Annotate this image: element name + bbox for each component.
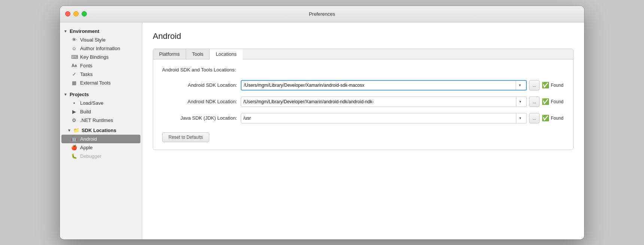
sdk-arrow-icon: ▼ [67,128,71,132]
sidebar-item-apple[interactable]: 🍎 Apple [60,143,142,152]
sidebar-item-android[interactable]: 🤖 Android [61,135,140,143]
android-sdk-browse-button[interactable]: ... [529,80,540,91]
sidebar-item-debugger[interactable]: 🐛 Debugger [60,152,142,160]
tab-tools[interactable]: Tools [186,49,210,59]
android-sdk-label: Android SDK Location: [162,82,237,88]
page-title: Android [153,31,574,41]
sidebar-item-load-save[interactable]: ▪ Load/Save [60,99,142,107]
tabs-header: Platforms Tools Locations [153,49,573,59]
traffic-lights [65,11,87,16]
minimize-button[interactable] [73,11,79,16]
sidebar-section-sdk-locations[interactable]: ▼ 📁 SDK Locations [60,126,142,135]
sidebar-item-visual-style[interactable]: 👁 Visual Style [60,36,142,44]
java-sdk-dropdown-arrow[interactable]: ▾ [516,113,524,123]
sidebar-item-author-information[interactable]: ☺ Author Information [60,44,142,53]
android-sdk-found-label: Found [551,83,564,88]
android-ndk-label: Android NDK Location: [162,99,237,104]
tab-content-locations: Android SDK and Tools Locations: Android… [153,59,573,150]
java-sdk-found-icon: ✅ [542,114,549,122]
java-sdk-dropdown[interactable]: ▾ [241,113,527,123]
tab-locations-label: Locations [216,51,237,57]
sidebar-section-projects[interactable]: ▼ Projects [60,90,142,99]
android-sdk-found-badge: ✅ Found [542,82,564,89]
sdk-locations-label: SDK Locations [82,128,116,133]
tabs-container: Platforms Tools Locations Android SDK an… [153,49,574,150]
sidebar-item-label: Visual Style [80,37,106,43]
sidebar-item-label: Build [80,109,91,114]
sidebar-item-label: Load/Save [80,100,103,106]
java-sdk-browse-button[interactable]: ... [529,113,540,123]
environment-arrow-icon: ▼ [64,29,67,33]
tab-platforms[interactable]: Platforms [153,49,186,59]
load-save-icon: ▪ [71,100,77,106]
android-ndk-found-label: Found [551,99,564,104]
fonts-icon: Aa [71,63,77,68]
java-sdk-input[interactable] [243,116,516,121]
android-sdk-dropdown-arrow[interactable]: ▾ [516,81,524,90]
browse-dots: ... [532,83,536,88]
tab-tools-label: Tools [192,51,203,57]
java-sdk-found-label: Found [551,116,564,121]
android-sdk-row: Android SDK Location: ▾ ... ✅ F [162,80,564,91]
java-sdk-found-badge: ✅ Found [542,114,564,122]
tasks-icon: ✓ [71,71,77,77]
visual-style-icon: 👁 [71,37,77,43]
build-icon: ▶ [71,109,77,114]
key-bindings-icon: ⌨ [71,54,77,60]
android-icon: 🤖 [71,136,77,142]
apple-icon: 🍎 [71,145,77,150]
tab-locations[interactable]: Locations [210,49,243,59]
android-ndk-input[interactable] [243,99,516,104]
window-title: Preferences [309,11,335,17]
java-sdk-label: Java SDK (JDK) Location: [162,115,237,121]
sidebar-item-external-tools[interactable]: ▦ External Tools [60,79,142,87]
sidebar-item-fonts[interactable]: Aa Fonts [60,61,142,70]
window-body: ▼ Environment 👁 Visual Style ☺ Author In… [60,22,584,239]
android-sdk-input[interactable] [244,83,516,88]
java-sdk-row: Java SDK (JDK) Location: ▾ ... ✅ [162,113,564,123]
sidebar-item-label: Key Bindings [80,54,109,60]
android-ndk-found-badge: ✅ Found [542,98,564,105]
sdk-description: Android SDK and Tools Locations: [162,67,564,73]
android-ndk-found-icon: ✅ [542,98,549,105]
environment-label: Environment [70,28,99,34]
tab-platforms-label: Platforms [159,51,180,57]
author-info-icon: ☺ [71,46,77,51]
sidebar-section-environment[interactable]: ▼ Environment [60,27,142,36]
net-runtimes-icon: ⚙ [71,117,77,123]
android-sdk-dropdown[interactable]: ▾ [241,80,527,91]
sidebar-item-label: Fonts [80,63,92,68]
sidebar-item-label: Android [80,136,97,142]
android-ndk-row: Android NDK Location: ▾ ... ✅ F [162,97,564,107]
android-ndk-browse-button[interactable]: ... [529,97,540,107]
reset-to-defaults-button[interactable]: Reset to Defaults [162,132,209,142]
android-sdk-input-group: ▾ ... ✅ Found [241,80,564,91]
browse-dots: ... [532,99,536,104]
sidebar-item-label: .NET Runtimes [80,117,113,123]
preferences-window: Preferences ▼ Environment 👁 Visual Style… [60,6,584,239]
reset-button-label: Reset to Defaults [168,135,203,140]
android-sdk-found-icon: ✅ [542,82,549,89]
projects-label: Projects [70,92,89,97]
main-content: Android Platforms Tools Locations [142,22,584,239]
debugger-icon: 🐛 [71,153,77,159]
sidebar-item-label: Debugger [80,153,101,159]
browse-dots: ... [532,116,536,120]
external-tools-icon: ▦ [71,80,77,86]
sidebar-item-label: External Tools [80,80,110,86]
sidebar-item-label: Tasks [80,71,92,77]
java-sdk-input-group: ▾ ... ✅ Found [241,113,564,123]
android-ndk-dropdown-arrow[interactable]: ▾ [516,97,524,107]
sidebar-item-key-bindings[interactable]: ⌨ Key Bindings [60,53,142,61]
projects-arrow-icon: ▼ [64,92,67,97]
sidebar-item-net-runtimes[interactable]: ⚙ .NET Runtimes [60,116,142,125]
sidebar-item-tasks[interactable]: ✓ Tasks [60,70,142,79]
titlebar: Preferences [60,6,584,22]
sidebar: ▼ Environment 👁 Visual Style ☺ Author In… [60,22,142,239]
close-button[interactable] [65,11,70,16]
sidebar-item-build[interactable]: ▶ Build [60,107,142,116]
android-ndk-input-group: ▾ ... ✅ Found [241,97,564,107]
sidebar-item-label: Apple [80,145,92,150]
android-ndk-dropdown[interactable]: ▾ [241,97,527,107]
maximize-button[interactable] [82,11,87,16]
